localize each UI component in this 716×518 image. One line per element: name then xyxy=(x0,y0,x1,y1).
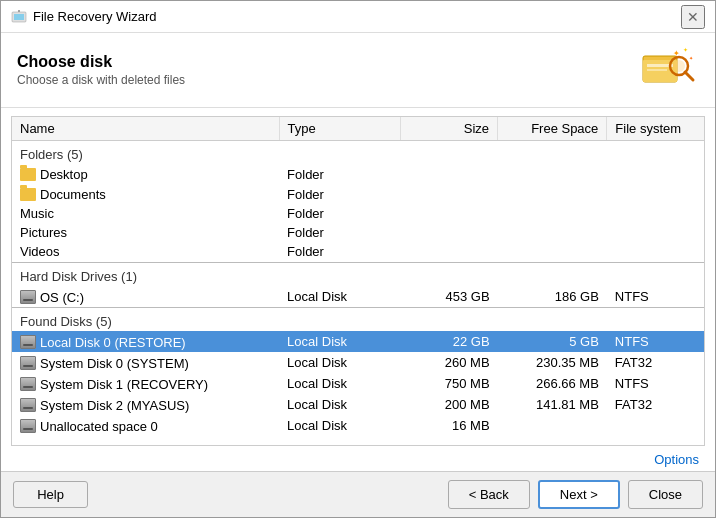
window-title: File Recovery Wizard xyxy=(33,9,157,24)
next-button[interactable]: Next > xyxy=(538,480,620,509)
row-size xyxy=(400,164,497,184)
row-filesystem xyxy=(607,184,704,204)
content-area: Name Type Size Free Space File system Fo… xyxy=(1,108,715,471)
table-row[interactable]: System Disk 0 (SYSTEM) Local Disk 260 MB… xyxy=(12,352,704,373)
back-button[interactable]: < Back xyxy=(448,480,530,509)
row-type: Local Disk xyxy=(279,415,400,436)
row-free-space xyxy=(498,223,607,242)
row-type: Folder xyxy=(279,164,400,184)
row-name: OS (C:) xyxy=(12,286,279,307)
row-filesystem: FAT32 xyxy=(607,352,704,373)
table-row[interactable]: Pictures Folder xyxy=(12,223,704,242)
table-row[interactable]: Documents Folder xyxy=(12,184,704,204)
table-row[interactable]: System Disk 1 (RECOVERY) Local Disk 750 … xyxy=(12,373,704,394)
wizard-header: Choose disk Choose a disk with deleted f… xyxy=(1,33,715,108)
close-button[interactable]: Close xyxy=(628,480,703,509)
title-bar: File Recovery Wizard ✕ xyxy=(1,1,715,33)
row-name: System Disk 2 (MYASUS) xyxy=(12,394,279,415)
row-free-space: 186 GB xyxy=(498,286,607,307)
row-free-space: 266.66 MB xyxy=(498,373,607,394)
close-window-button[interactable]: ✕ xyxy=(681,5,705,29)
svg-rect-6 xyxy=(647,69,667,71)
col-free-space: Free Space xyxy=(498,117,607,141)
row-name: Local Disk 0 (RESTORE) xyxy=(12,331,279,352)
disk-icon xyxy=(20,377,36,391)
table-row[interactable]: Desktop Folder xyxy=(12,164,704,184)
main-window: File Recovery Wizard ✕ Choose disk Choos… xyxy=(0,0,716,518)
row-size: 22 GB xyxy=(400,331,497,352)
options-link[interactable]: Options xyxy=(1,450,715,471)
row-name: System Disk 0 (SYSTEM) xyxy=(12,352,279,373)
row-size xyxy=(400,184,497,204)
row-size xyxy=(400,242,497,261)
row-free-space xyxy=(498,164,607,184)
svg-rect-1 xyxy=(14,14,24,20)
folder-icon xyxy=(20,188,36,201)
row-free-space xyxy=(498,415,607,436)
table-row[interactable]: Local Disk 0 (RESTORE) Local Disk 22 GB … xyxy=(12,331,704,352)
page-title: Choose disk xyxy=(17,53,185,71)
col-type: Type xyxy=(279,117,400,141)
row-size: 200 MB xyxy=(400,394,497,415)
disk-table-wrapper[interactable]: Name Type Size Free Space File system Fo… xyxy=(11,116,705,446)
row-type: Folder xyxy=(279,204,400,223)
wizard-icon: ✦ ✦ ✦ xyxy=(639,45,699,95)
svg-text:✦: ✦ xyxy=(673,49,680,58)
row-name: Music xyxy=(12,204,279,223)
row-filesystem: NTFS xyxy=(607,373,704,394)
svg-line-9 xyxy=(685,72,693,80)
row-type: Folder xyxy=(279,242,400,261)
folder-icon xyxy=(20,168,36,181)
row-type: Folder xyxy=(279,223,400,242)
row-name: Desktop xyxy=(12,164,279,184)
app-icon xyxy=(11,9,27,25)
row-name: Documents xyxy=(12,184,279,204)
row-filesystem xyxy=(607,204,704,223)
footer: Help < Back Next > Close xyxy=(1,471,715,517)
row-filesystem: NTFS xyxy=(607,331,704,352)
row-filesystem xyxy=(607,223,704,242)
row-free-space xyxy=(498,184,607,204)
svg-point-2 xyxy=(18,10,20,12)
svg-text:✦: ✦ xyxy=(683,47,688,53)
disk-icon xyxy=(20,419,36,433)
row-filesystem xyxy=(607,242,704,261)
disk-icon xyxy=(20,290,36,304)
svg-point-8 xyxy=(673,60,685,72)
row-size xyxy=(400,223,497,242)
group-header: Folders (5) xyxy=(12,141,704,165)
row-size: 16 MB xyxy=(400,415,497,436)
row-type: Local Disk xyxy=(279,352,400,373)
row-type: Local Disk xyxy=(279,286,400,307)
row-free-space: 141.81 MB xyxy=(498,394,607,415)
row-name: System Disk 1 (RECOVERY) xyxy=(12,373,279,394)
row-filesystem xyxy=(607,415,704,436)
row-type: Folder xyxy=(279,184,400,204)
row-type: Local Disk xyxy=(279,331,400,352)
page-subtitle: Choose a disk with deleted files xyxy=(17,73,185,87)
row-size: 260 MB xyxy=(400,352,497,373)
row-filesystem xyxy=(607,164,704,184)
svg-text:✦: ✦ xyxy=(689,55,693,61)
table-row[interactable]: System Disk 2 (MYASUS) Local Disk 200 MB… xyxy=(12,394,704,415)
row-name: Videos xyxy=(12,242,279,261)
row-filesystem: NTFS xyxy=(607,286,704,307)
row-type: Local Disk xyxy=(279,394,400,415)
table-row[interactable]: Music Folder xyxy=(12,204,704,223)
table-row[interactable]: OS (C:) Local Disk 453 GB 186 GB NTFS xyxy=(12,286,704,307)
row-free-space xyxy=(498,242,607,261)
col-filesystem: File system xyxy=(607,117,704,141)
table-row[interactable]: Unallocated space 0 Local Disk 16 MB xyxy=(12,415,704,436)
row-name: Pictures xyxy=(12,223,279,242)
help-button[interactable]: Help xyxy=(13,481,88,508)
disk-icon xyxy=(20,335,36,349)
col-name: Name xyxy=(12,117,279,141)
disk-icon xyxy=(20,398,36,412)
row-size: 453 GB xyxy=(400,286,497,307)
row-name: Unallocated space 0 xyxy=(12,415,279,436)
disk-table: Name Type Size Free Space File system Fo… xyxy=(12,117,704,436)
group-header: Found Disks (5) xyxy=(12,308,704,332)
table-row[interactable]: Videos Folder xyxy=(12,242,704,261)
row-filesystem: FAT32 xyxy=(607,394,704,415)
col-size: Size xyxy=(400,117,497,141)
